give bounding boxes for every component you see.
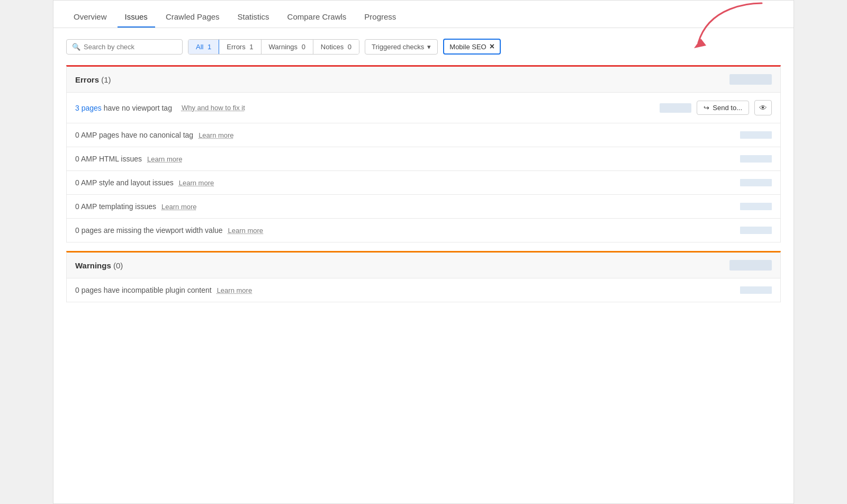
filter-buttons: All 1 Errors 1 Warnings 0 Notices 0 xyxy=(188,39,359,55)
learn-more-plugin-content[interactable]: Learn more xyxy=(217,286,252,294)
plugin-content-bar xyxy=(740,286,772,294)
tab-compare-crawls[interactable]: Compare Crawls xyxy=(280,7,354,28)
tab-crawled-pages[interactable]: Crawled Pages xyxy=(158,7,227,28)
errors-section-header: Errors (1) xyxy=(66,65,781,93)
issue-row-viewport-width: 0 pages are missing the viewport width v… xyxy=(66,219,781,242)
amp-html-bar xyxy=(740,155,772,163)
viewport-bar xyxy=(660,103,691,113)
triggered-checks-button[interactable]: Triggered checks ▾ xyxy=(365,39,438,55)
issue-row-amp-canonical: 0 AMP pages have no canonical tag Learn … xyxy=(66,123,781,147)
filter-btn-warnings[interactable]: Warnings 0 xyxy=(262,40,313,54)
issue-row-viewport-tag: 3 pages have no viewport tag Why and how… xyxy=(66,93,781,123)
close-filter-button[interactable]: × xyxy=(490,42,494,51)
errors-bar-chart xyxy=(729,74,772,85)
amp-style-bar xyxy=(740,179,772,186)
learn-more-amp-canonical[interactable]: Learn more xyxy=(199,131,233,139)
filter-bar: 🔍 All 1 Errors 1 Warnings 0 Notices xyxy=(66,39,781,55)
amp-canonical-bar xyxy=(740,131,772,139)
send-to-button[interactable]: ↪ Send to... xyxy=(697,101,749,115)
main-content: 🔍 All 1 Errors 1 Warnings 0 Notices xyxy=(53,28,794,313)
tab-progress[interactable]: Progress xyxy=(357,7,403,28)
learn-more-amp-html[interactable]: Learn more xyxy=(147,155,182,163)
eye-button[interactable]: 👁 xyxy=(754,100,772,115)
tab-statistics[interactable]: Statistics xyxy=(230,7,277,28)
tab-issues[interactable]: Issues xyxy=(118,7,155,28)
issue-text-amp-html: 0 AMP HTML issues xyxy=(75,155,142,163)
active-filter-label: Mobile SEO xyxy=(449,43,486,51)
issue-row-plugin-content: 0 pages have incompatible plugin content… xyxy=(66,278,781,302)
send-icon: ↪ xyxy=(704,104,709,112)
tab-overview[interactable]: Overview xyxy=(66,7,114,28)
issue-text-viewport-tag: 3 pages have no viewport tag xyxy=(75,104,172,112)
issue-text-amp-templating: 0 AMP templating issues xyxy=(75,202,156,211)
issue-text-plugin-content: 0 pages have incompatible plugin content xyxy=(75,286,212,294)
active-filter-tag: Mobile SEO × xyxy=(443,39,501,55)
viewport-tag-count-link[interactable]: 3 pages xyxy=(75,104,102,112)
warnings-section-title: Warnings (0) xyxy=(75,261,123,270)
issue-row-amp-style: 0 AMP style and layout issues Learn more xyxy=(66,171,781,195)
amp-templating-bar xyxy=(740,203,772,210)
issue-text-viewport-width: 0 pages are missing the viewport width v… xyxy=(75,226,223,235)
search-input[interactable] xyxy=(84,43,168,51)
viewport-width-bar xyxy=(740,227,772,234)
filter-btn-all[interactable]: All 1 xyxy=(188,40,219,54)
issue-text-amp-canonical: 0 AMP pages have no canonical tag xyxy=(75,131,193,139)
search-icon: 🔍 xyxy=(72,43,80,51)
errors-section-title: Errors (1) xyxy=(75,75,111,84)
filter-btn-errors[interactable]: Errors 1 xyxy=(219,40,261,54)
nav-tabs: Overview Issues Crawled Pages Statistics… xyxy=(53,1,794,28)
warnings-bar-chart xyxy=(729,260,772,271)
eye-icon: 👁 xyxy=(759,103,767,112)
chevron-down-icon: ▾ xyxy=(427,43,431,51)
issue-row-amp-html: 0 AMP HTML issues Learn more xyxy=(66,147,781,171)
learn-more-amp-templating[interactable]: Learn more xyxy=(161,203,196,211)
learn-more-amp-style[interactable]: Learn more xyxy=(179,179,214,187)
learn-more-viewport-width[interactable]: Learn more xyxy=(228,227,263,235)
search-box: 🔍 xyxy=(66,39,183,55)
filter-btn-notices[interactable]: Notices 0 xyxy=(313,40,359,54)
why-fix-link-viewport[interactable]: Why and how to fix it xyxy=(182,104,245,112)
warnings-section-header: Warnings (0) xyxy=(66,251,781,278)
issue-text-amp-style: 0 AMP style and layout issues xyxy=(75,178,174,187)
issue-row-amp-templating: 0 AMP templating issues Learn more xyxy=(66,195,781,219)
